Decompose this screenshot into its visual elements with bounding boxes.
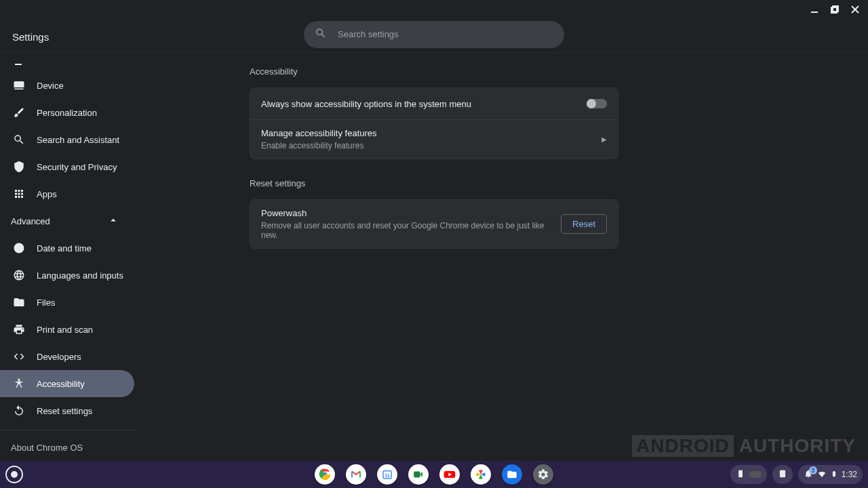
- sidebar-item-label: Files: [37, 298, 55, 308]
- sidebar-item-about[interactable]: About Chrome OS: [0, 430, 170, 461]
- sidebar-about-label: About Chrome OS: [11, 443, 83, 453]
- sidebar-item-label: Personalization: [37, 108, 97, 118]
- chevron-right-icon: ▶: [601, 136, 607, 143]
- sidebar-item-accessibility[interactable]: Accessibility: [0, 370, 134, 397]
- svg-rect-12: [738, 470, 743, 477]
- reset-card: Powerwash Remove all user accounts and r…: [250, 199, 618, 249]
- chevron-up-icon: [107, 214, 119, 228]
- svg-rect-14: [833, 471, 835, 476]
- sidebar-item-personalization[interactable]: Personalization: [0, 99, 170, 126]
- sidebar-item-label: Developers: [37, 352, 81, 362]
- sidebar-item-label: Accessibility: [37, 379, 85, 389]
- page-title: Settings: [12, 31, 49, 43]
- watermark: ANDROID AUTHORITY: [632, 435, 856, 457]
- minimize-button[interactable]: [810, 5, 819, 14]
- sidebar-item-label: Search and Assistant: [37, 135, 119, 145]
- sidebar-advanced-header[interactable]: Advanced: [0, 207, 170, 235]
- manage-features-row[interactable]: Manage accessibility features Enable acc…: [250, 119, 618, 159]
- launcher-button[interactable]: [5, 466, 23, 483]
- header-bar: Settings: [0, 0, 868, 53]
- battery-icon: [831, 469, 837, 481]
- sidebar-advanced-label: Advanced: [11, 216, 50, 226]
- accessibility-section-title: Accessibility: [250, 66, 618, 77]
- sidebar-item-label: Date and time: [37, 243, 92, 253]
- reset-button[interactable]: Reset: [561, 214, 607, 234]
- phone-hub-pill[interactable]: [730, 465, 767, 484]
- notification-icon: 3: [804, 469, 813, 481]
- sidebar-item-security-privacy[interactable]: Security and Privacy: [0, 153, 170, 180]
- sidebar-item-search-assistant[interactable]: Search and Assistant: [0, 126, 170, 153]
- shelf-status-area: 3 1:32: [730, 465, 863, 484]
- tablet-icon: [778, 469, 787, 481]
- tablet-pill[interactable]: [772, 465, 793, 484]
- sidebar-item-label: Apps: [37, 189, 57, 199]
- sidebar-item-device[interactable]: Device: [0, 72, 170, 99]
- sidebar-item-label: Security and Privacy: [37, 162, 117, 172]
- code-icon: [12, 350, 26, 363]
- sidebar-item-label: Print and scan: [37, 325, 93, 335]
- sidebar-item-files[interactable]: Files: [0, 289, 170, 316]
- always-show-row[interactable]: Always show accessibility options in the…: [250, 88, 618, 119]
- manage-features-title: Manage accessibility features: [261, 128, 601, 138]
- main-content: Accessibility Always show accessibility …: [250, 60, 618, 249]
- watermark-boxed: ANDROID: [632, 435, 734, 457]
- sidebar: Device Personalization Search and Assist…: [0, 53, 170, 461]
- youtube-icon[interactable]: [439, 464, 460, 485]
- restore-button[interactable]: [830, 5, 840, 14]
- window-controls: [810, 0, 868, 19]
- calendar-icon[interactable]: 31: [377, 464, 397, 485]
- clock-icon: [12, 242, 26, 254]
- reset-icon: [12, 405, 26, 417]
- phone-icon: [736, 469, 745, 481]
- hub-blob-icon: [749, 471, 762, 478]
- brush-icon: [12, 106, 26, 119]
- shelf-taskbar: 31 3 1:32: [0, 461, 868, 488]
- sidebar-item-date-time[interactable]: Date and time: [0, 235, 170, 262]
- clock-text: 1:32: [842, 470, 857, 479]
- powerwash-sub: Remove all user accounts and reset your …: [261, 221, 561, 240]
- sidebar-item-label: Reset settings: [37, 406, 92, 416]
- laptop-icon: [12, 79, 26, 92]
- always-show-label: Always show accessibility options in the…: [261, 99, 587, 109]
- svg-rect-10: [414, 472, 420, 478]
- search-input[interactable]: [338, 29, 553, 39]
- sidebar-item-reset-settings[interactable]: Reset settings: [0, 397, 170, 424]
- photos-icon[interactable]: [471, 464, 491, 485]
- powerwash-row: Powerwash Remove all user accounts and r…: [250, 200, 618, 248]
- svg-point-5: [18, 379, 20, 381]
- accessibility-card: Always show accessibility options in the…: [250, 87, 618, 159]
- system-tray[interactable]: 3 1:32: [798, 465, 863, 484]
- accessibility-icon: [12, 378, 26, 390]
- reset-section-title: Reset settings: [250, 178, 618, 188]
- svg-rect-15: [833, 470, 835, 471]
- notification-badge: 3: [809, 466, 817, 474]
- gmail-icon[interactable]: [346, 464, 366, 485]
- sidebar-item-label: Device: [37, 81, 64, 91]
- svg-text:31: 31: [384, 473, 390, 478]
- apps-grid-icon: [12, 188, 26, 200]
- search-icon: [315, 27, 327, 41]
- sidebar-item-apps[interactable]: Apps: [0, 180, 170, 207]
- search-box[interactable]: [304, 21, 564, 48]
- globe-icon: [12, 269, 26, 281]
- meet-icon[interactable]: [408, 464, 429, 485]
- svg-rect-13: [780, 470, 785, 477]
- close-button[interactable]: [850, 5, 860, 14]
- folder-icon: [12, 296, 26, 308]
- chrome-icon[interactable]: [315, 464, 335, 485]
- powerwash-title: Powerwash: [261, 208, 561, 218]
- printer-icon: [12, 323, 26, 336]
- files-icon[interactable]: [502, 464, 522, 485]
- shield-icon: [12, 161, 26, 173]
- scroll-indicator: [15, 64, 22, 65]
- sidebar-item-label: Languages and inputs: [37, 270, 123, 281]
- manage-features-sub: Enable accessibility features: [261, 141, 601, 150]
- watermark-rest: AUTHORITY: [739, 435, 856, 457]
- sidebar-item-languages-inputs[interactable]: Languages and inputs: [0, 262, 170, 289]
- shelf-apps: 31: [315, 464, 553, 485]
- sidebar-item-print-scan[interactable]: Print and scan: [0, 316, 170, 343]
- search-icon: [12, 134, 26, 146]
- sidebar-item-developers[interactable]: Developers: [0, 343, 170, 370]
- settings-icon[interactable]: [533, 464, 553, 485]
- always-show-toggle[interactable]: [587, 99, 607, 108]
